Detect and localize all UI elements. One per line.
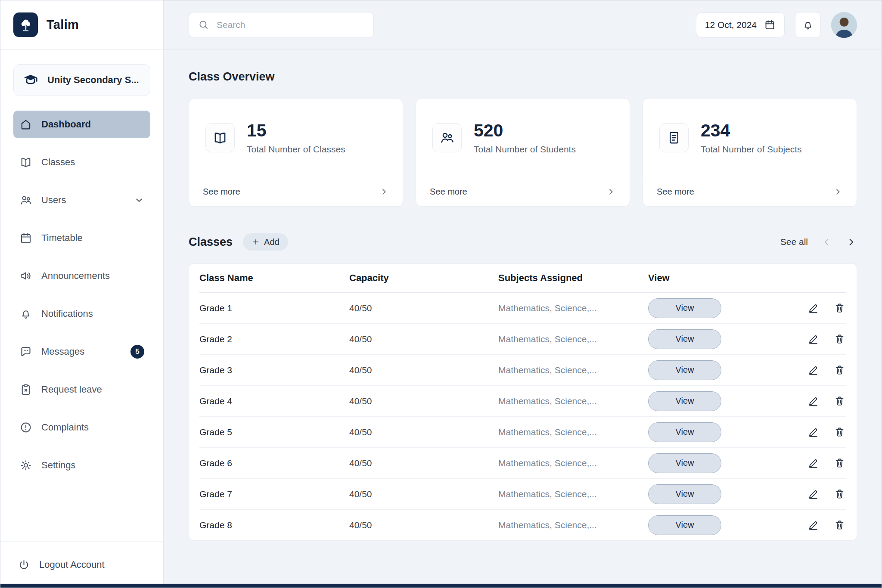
trash-icon[interactable] bbox=[834, 364, 845, 376]
sidebar-item-label: Messages bbox=[41, 346, 84, 357]
edit-icon[interactable] bbox=[807, 395, 819, 407]
table-row: Grade 2 40/50 Mathematics, Science,... V… bbox=[199, 324, 846, 355]
power-icon bbox=[18, 559, 30, 571]
see-all-link[interactable]: See all bbox=[780, 237, 808, 247]
actions-cell: View bbox=[648, 484, 846, 504]
table-row: Grade 1 40/50 Mathematics, Science,... V… bbox=[199, 293, 846, 324]
sidebar-item-classes[interactable]: Classes bbox=[13, 149, 150, 176]
alert-circle-icon bbox=[19, 421, 32, 434]
add-class-button[interactable]: Add bbox=[243, 233, 288, 251]
table-row: Grade 7 40/50 Mathematics, Science,... V… bbox=[199, 479, 846, 510]
trash-icon[interactable] bbox=[834, 457, 845, 469]
card-value: 15 bbox=[247, 121, 345, 140]
trash-icon[interactable] bbox=[834, 488, 845, 500]
subjects-cell: Mathematics, Science,... bbox=[498, 520, 648, 530]
search-input[interactable] bbox=[216, 19, 365, 31]
actions-cell: View bbox=[648, 515, 846, 535]
view-button[interactable]: View bbox=[648, 391, 721, 411]
see-more-link[interactable]: See more bbox=[189, 177, 403, 206]
edit-icon[interactable] bbox=[807, 488, 819, 500]
view-button[interactable]: View bbox=[648, 453, 721, 473]
bell-icon bbox=[19, 307, 32, 320]
app-window: Talim Unity Secondary S... Dashboard Cla… bbox=[0, 0, 882, 588]
trash-icon[interactable] bbox=[834, 395, 845, 407]
add-label: Add bbox=[264, 237, 280, 247]
sidebar-item-announcements[interactable]: Announcements bbox=[13, 262, 150, 290]
notifications-button[interactable] bbox=[795, 12, 821, 38]
sidebar: Talim Unity Secondary S... Dashboard Cla… bbox=[0, 0, 164, 588]
sidebar-item-timetable[interactable]: Timetable bbox=[13, 224, 150, 252]
trash-icon[interactable] bbox=[834, 426, 845, 438]
edit-icon[interactable] bbox=[807, 457, 819, 469]
chevron-right-icon[interactable] bbox=[845, 236, 857, 248]
chat-icon bbox=[19, 345, 32, 358]
gear-icon bbox=[19, 459, 32, 472]
trash-icon[interactable] bbox=[834, 302, 845, 314]
class-name-cell: Grade 5 bbox=[199, 427, 349, 437]
view-button[interactable]: View bbox=[648, 298, 721, 318]
sidebar-item-request-leave[interactable]: Request leave bbox=[13, 376, 150, 403]
school-selector[interactable]: Unity Secondary S... bbox=[13, 64, 150, 96]
row-actions bbox=[807, 457, 846, 469]
edit-icon[interactable] bbox=[807, 364, 819, 376]
main-area: 12 Oct, 2024 Class Overview 1 bbox=[164, 0, 882, 588]
column-header: Capacity bbox=[349, 272, 498, 284]
subjects-cell: Mathematics, Science,... bbox=[498, 458, 648, 468]
logout-button[interactable]: Logout Account bbox=[0, 542, 163, 588]
view-button[interactable]: View bbox=[648, 360, 721, 380]
table-row: Grade 3 40/50 Mathematics, Science,... V… bbox=[199, 355, 846, 386]
row-actions bbox=[807, 302, 846, 314]
sidebar-item-label: Notifications bbox=[41, 308, 93, 319]
app-logo bbox=[13, 12, 38, 37]
actions-cell: View bbox=[648, 422, 846, 442]
app-name: Talim bbox=[47, 18, 79, 32]
sidebar-item-complaints[interactable]: Complaints bbox=[13, 414, 150, 441]
see-more-link[interactable]: See more bbox=[416, 177, 630, 206]
see-more-link[interactable]: See more bbox=[643, 177, 857, 206]
edit-icon[interactable] bbox=[807, 519, 819, 531]
class-name-cell: Grade 6 bbox=[199, 458, 349, 468]
date-text: 12 Oct, 2024 bbox=[705, 20, 757, 30]
date-picker[interactable]: 12 Oct, 2024 bbox=[696, 12, 785, 37]
view-button[interactable]: View bbox=[648, 422, 721, 442]
chevron-left-icon[interactable] bbox=[821, 236, 832, 248]
edit-icon[interactable] bbox=[807, 333, 819, 345]
subjects-count-card: 234 Total Number of Subjects See more bbox=[643, 98, 857, 207]
sidebar-item-dashboard[interactable]: Dashboard bbox=[13, 111, 150, 138]
subjects-cell: Mathematics, Science,... bbox=[498, 303, 648, 313]
chevron-right-icon bbox=[379, 187, 389, 197]
view-button[interactable]: View bbox=[648, 329, 721, 349]
chevron-right-icon bbox=[606, 187, 616, 197]
row-actions bbox=[807, 364, 846, 376]
column-header: View bbox=[648, 272, 846, 284]
chevron-down-icon[interactable] bbox=[134, 195, 144, 205]
avatar[interactable] bbox=[831, 12, 857, 38]
document-icon bbox=[659, 123, 689, 152]
sidebar-item-messages[interactable]: Messages 5 bbox=[13, 338, 150, 365]
view-button[interactable]: View bbox=[648, 484, 721, 504]
sidebar-item-users[interactable]: Users bbox=[13, 186, 150, 214]
class-name-cell: Grade 4 bbox=[199, 396, 349, 406]
actions-cell: View bbox=[648, 329, 846, 349]
row-actions bbox=[807, 488, 846, 500]
sidebar-item-settings[interactable]: Settings bbox=[13, 452, 150, 479]
view-button[interactable]: View bbox=[648, 515, 721, 535]
class-name-cell: Grade 8 bbox=[199, 520, 349, 530]
trash-icon[interactable] bbox=[834, 333, 845, 345]
home-icon bbox=[19, 118, 32, 131]
subjects-cell: Mathematics, Science,... bbox=[498, 334, 648, 344]
table-row: Grade 5 40/50 Mathematics, Science,... V… bbox=[199, 417, 846, 448]
card-top: 15 Total Number of Classes bbox=[189, 99, 403, 177]
edit-icon[interactable] bbox=[807, 426, 819, 438]
class-name-cell: Grade 1 bbox=[199, 303, 349, 313]
chevron-right-icon bbox=[833, 187, 843, 197]
edit-icon[interactable] bbox=[807, 302, 819, 314]
table-row: Grade 6 40/50 Mathematics, Science,... V… bbox=[199, 448, 846, 479]
trash-icon[interactable] bbox=[834, 519, 845, 531]
see-all-controls: See all bbox=[780, 236, 857, 248]
class-name-cell: Grade 7 bbox=[199, 489, 349, 499]
row-actions bbox=[807, 333, 846, 345]
sidebar-item-notifications[interactable]: Notifications bbox=[13, 300, 150, 328]
messages-badge: 5 bbox=[130, 345, 144, 359]
school-name: Unity Secondary S... bbox=[47, 74, 139, 86]
